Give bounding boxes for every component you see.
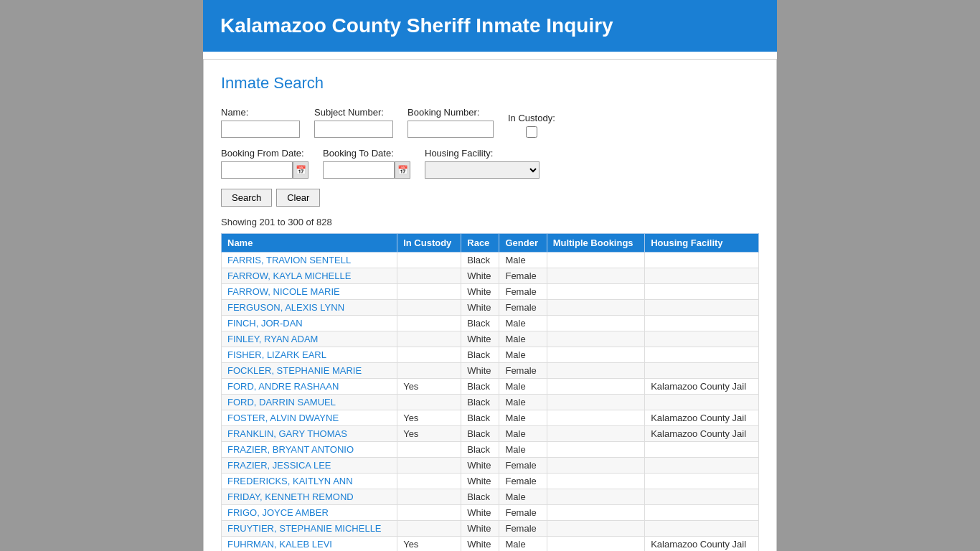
cell-housing-facility xyxy=(645,442,759,458)
inmate-name-link[interactable]: FORD, DARRIN SAMUEL xyxy=(227,397,336,408)
cell-multiple-bookings xyxy=(547,395,645,410)
cell-name: FRAZIER, JESSICA LEE xyxy=(222,458,397,474)
name-field-group: Name: xyxy=(221,107,300,138)
col-header-name: Name xyxy=(222,234,397,253)
table-row: FARRIS, TRAVION SENTELLBlackMale xyxy=(222,253,759,268)
booking-to-label: Booking To Date: xyxy=(323,148,410,159)
cell-name: FARROW, KAYLA MICHELLE xyxy=(222,268,397,284)
inmate-name-link[interactable]: FUHRMAN, KALEB LEVI xyxy=(227,539,332,550)
cell-housing-facility xyxy=(645,253,759,268)
cell-housing-facility xyxy=(645,458,759,474)
cell-gender: Male xyxy=(499,410,547,426)
cell-housing-facility xyxy=(645,300,759,316)
inmate-name-link[interactable]: FERGUSON, ALEXIS LYNN xyxy=(227,302,344,313)
cell-multiple-bookings xyxy=(547,458,645,474)
inmate-name-link[interactable]: FINCH, JOR-DAN xyxy=(227,318,303,329)
search-button[interactable]: Search xyxy=(221,189,272,207)
booking-from-calendar-button[interactable]: 📅 xyxy=(293,161,308,179)
cell-gender: Male xyxy=(499,316,547,331)
cell-name: FRIDAY, KENNETH REMOND xyxy=(222,489,397,505)
cell-gender: Female xyxy=(499,458,547,474)
inmate-name-link[interactable]: FOCKLER, STEPHANIE MARIE xyxy=(227,365,362,376)
cell-housing-facility xyxy=(645,268,759,284)
cell-gender: Male xyxy=(499,395,547,410)
clear-button[interactable]: Clear xyxy=(276,189,320,207)
inmate-name-link[interactable]: FRIGO, JOYCE AMBER xyxy=(227,507,329,518)
inmate-name-link[interactable]: FOSTER, ALVIN DWAYNE xyxy=(227,413,339,423)
inmate-name-link[interactable]: FINLEY, RYAN ADAM xyxy=(227,334,318,344)
cell-gender: Male xyxy=(499,347,547,363)
cell-race: White xyxy=(461,474,499,489)
cell-race: White xyxy=(461,268,499,284)
cell-multiple-bookings xyxy=(547,474,645,489)
booking-from-label: Booking From Date: xyxy=(221,148,308,159)
cell-gender: Male xyxy=(499,489,547,505)
inmate-name-link[interactable]: FARROW, KAYLA MICHELLE xyxy=(227,270,351,281)
cell-gender: Female xyxy=(499,268,547,284)
inmate-name-link[interactable]: FISHER, LIZARK EARL xyxy=(227,349,326,360)
cell-multiple-bookings xyxy=(547,316,645,331)
inmate-name-link[interactable]: FRUYTIER, STEPHANIE MICHELLE xyxy=(227,523,382,534)
cell-gender: Female xyxy=(499,505,547,521)
booking-number-label: Booking Number: xyxy=(407,107,494,118)
inmate-name-link[interactable]: FRAZIER, BRYANT ANTONIO xyxy=(227,444,354,455)
cell-in-custody: Yes xyxy=(397,426,461,442)
cell-gender: Female xyxy=(499,300,547,316)
col-header-in-custody: In Custody xyxy=(397,234,461,253)
cell-race: White xyxy=(461,331,499,347)
cell-multiple-bookings xyxy=(547,537,645,552)
inmate-name-link[interactable]: FORD, ANDRE RASHAAN xyxy=(227,381,339,392)
cell-gender: Male xyxy=(499,537,547,552)
booking-number-input[interactable] xyxy=(407,121,494,138)
cell-in-custody xyxy=(397,300,461,316)
inmate-name-link[interactable]: FREDERICKS, KAITLYN ANN xyxy=(227,476,353,486)
table-row: FINCH, JOR-DANBlackMale xyxy=(222,316,759,331)
cell-gender: Male xyxy=(499,331,547,347)
booking-to-input[interactable] xyxy=(323,161,395,179)
housing-facility-select[interactable]: Kalamazoo County Jail xyxy=(425,161,540,179)
cell-race: Black xyxy=(461,316,499,331)
col-header-gender: Gender xyxy=(499,234,547,253)
inmates-table: Name In Custody Race Gender Multiple Boo… xyxy=(221,233,759,551)
cell-housing-facility xyxy=(645,347,759,363)
cell-multiple-bookings xyxy=(547,331,645,347)
inmate-name-link[interactable]: FARRIS, TRAVION SENTELL xyxy=(227,255,351,265)
table-row: FARROW, KAYLA MICHELLEWhiteFemale xyxy=(222,268,759,284)
cell-housing-facility xyxy=(645,505,759,521)
in-custody-label: In Custody: xyxy=(508,113,555,123)
cell-in-custody xyxy=(397,363,461,379)
cell-name: FREDERICKS, KAITLYN ANN xyxy=(222,474,397,489)
table-row: FRAZIER, BRYANT ANTONIOBlackMale xyxy=(222,442,759,458)
table-row: FOSTER, ALVIN DWAYNEYesBlackMaleKalamazo… xyxy=(222,410,759,426)
cell-name: FERGUSON, ALEXIS LYNN xyxy=(222,300,397,316)
name-input[interactable] xyxy=(221,121,300,138)
cell-name: FORD, DARRIN SAMUEL xyxy=(222,395,397,410)
cell-in-custody xyxy=(397,316,461,331)
cell-in-custody xyxy=(397,489,461,505)
main-content: Inmate Search Name: Subject Number: Book… xyxy=(203,59,777,551)
in-custody-checkbox[interactable] xyxy=(526,126,537,138)
booking-to-calendar-button[interactable]: 📅 xyxy=(395,161,410,179)
subject-number-input[interactable] xyxy=(314,121,393,138)
inmate-name-link[interactable]: FRIDAY, KENNETH REMOND xyxy=(227,491,354,502)
booking-from-date-wrap: 📅 xyxy=(221,161,308,179)
cell-race: Black xyxy=(461,426,499,442)
cell-multiple-bookings xyxy=(547,363,645,379)
inmate-name-link[interactable]: FRANKLIN, GARY THOMAS xyxy=(227,428,347,439)
cell-in-custody xyxy=(397,521,461,537)
cell-multiple-bookings xyxy=(547,268,645,284)
page-header-title: Kalamazoo County Sheriff Inmate Inquiry xyxy=(220,14,760,37)
inmate-name-link[interactable]: FARROW, NICOLE MARIE xyxy=(227,286,340,297)
cell-housing-facility xyxy=(645,521,759,537)
cell-in-custody xyxy=(397,253,461,268)
cell-in-custody xyxy=(397,268,461,284)
cell-race: White xyxy=(461,300,499,316)
cell-in-custody: Yes xyxy=(397,379,461,395)
table-row: FRAZIER, JESSICA LEEWhiteFemale xyxy=(222,458,759,474)
table-row: FISHER, LIZARK EARLBlackMale xyxy=(222,347,759,363)
cell-in-custody: Yes xyxy=(397,410,461,426)
cell-race: White xyxy=(461,284,499,300)
inmate-name-link[interactable]: FRAZIER, JESSICA LEE xyxy=(227,460,331,471)
booking-number-field-group: Booking Number: xyxy=(407,107,494,138)
booking-from-input[interactable] xyxy=(221,161,293,179)
